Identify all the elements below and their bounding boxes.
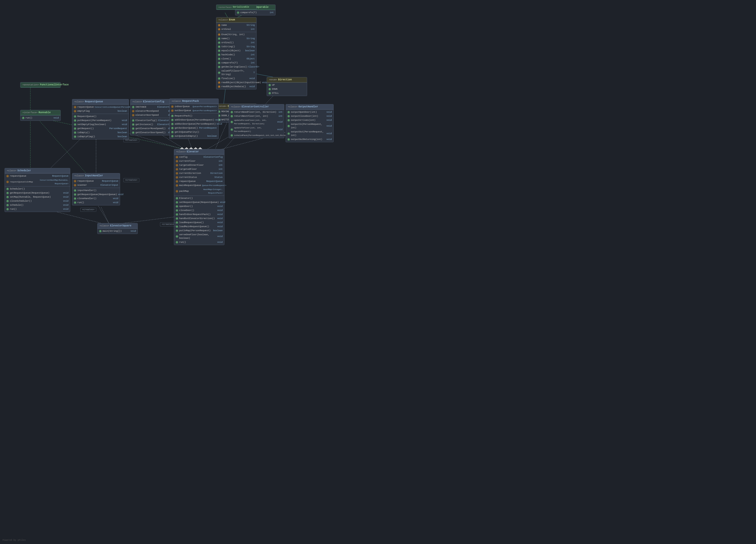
watermark-text: Powered by yFiles xyxy=(3,539,26,541)
method-icon: + xyxy=(218,46,220,48)
method-icon: + xyxy=(218,66,220,68)
direction-title: Direction xyxy=(278,78,292,81)
elev-method-5: + handInDoorRequestPack() void xyxy=(174,213,224,217)
field-icon: - xyxy=(74,106,76,108)
enum-method-readobject: # readObject(ObjectInputStream) void xyxy=(216,81,256,85)
rq-method-5: + isEmpty() boolean xyxy=(72,131,129,135)
creates-label-4: «creates» xyxy=(125,179,138,182)
method-icon: + xyxy=(231,111,233,114)
sched-field-1: - requestQueue RequestQueue xyxy=(5,174,70,178)
method-icon: + xyxy=(6,208,9,211)
econtroller-methods: + returnNeedFloor(int, Direction) int + … xyxy=(229,109,284,138)
oh-header: «class» OutputHandler xyxy=(286,104,333,109)
comparable-methods: ~ compareTo(T) int xyxy=(235,10,275,15)
enum-method-ordinal: + ordinal() int xyxy=(216,41,256,45)
elev-methods: + Elevator() + setRequestQueue(RequestQu… xyxy=(174,196,224,245)
enum-header: «class» Enum xyxy=(216,17,256,23)
field-icon: - xyxy=(176,172,178,175)
method-icon: + xyxy=(287,115,290,118)
sched-method-3: + setMap(Runnable, RequestQueue) void xyxy=(5,195,70,199)
econtroller-method-2: + returnNextFloor(int, int) int xyxy=(229,114,284,118)
enum-method-clone: + clone() Object xyxy=(216,57,256,61)
method-icon: + xyxy=(6,196,9,198)
rq-method-3: + setEmptyFlag(boolean) void xyxy=(72,123,129,127)
method-icon: + xyxy=(176,221,178,224)
oh-method-5: + outputOut(PersonRequest, int) void xyxy=(286,130,333,138)
method-icon: + xyxy=(176,230,178,232)
ih-header: «class» InputHandler xyxy=(72,173,120,178)
econtroller-method-1: + returnNeedFloor(int, Direction) int xyxy=(229,110,284,114)
method-icon: + xyxy=(231,134,233,137)
functional-stereotype: «annotation» xyxy=(22,84,39,86)
field-icon: - xyxy=(176,184,178,187)
runnable-title: Runnable xyxy=(38,111,51,114)
field-icon: - xyxy=(171,109,174,112)
method-icon: + xyxy=(231,121,233,123)
ih-method-2: + getRequestQueue(RequestQueue) void xyxy=(72,193,120,197)
creates-label-2: «creates» xyxy=(82,209,95,211)
method-icon: + xyxy=(132,123,134,126)
rq-stereotype: «class» xyxy=(74,101,84,103)
method-icon: + xyxy=(231,128,233,131)
method-icon: + xyxy=(171,123,174,125)
method-icon: + xyxy=(22,117,25,119)
method-icon: + xyxy=(287,119,290,122)
ih-title: InputHandler xyxy=(85,174,103,177)
method-icon: + xyxy=(176,197,178,200)
elev-field-7: - requestQueue RequestQueue xyxy=(174,180,224,184)
econtroller-stereotype: «class» xyxy=(231,106,241,108)
field-icon: - xyxy=(176,160,178,163)
method-icon: + xyxy=(176,205,178,208)
elev-method-2: + setRequestQueue(RequestQueue) void xyxy=(174,200,224,205)
method-type: int xyxy=(270,11,274,14)
ec-stereotype: «class» xyxy=(132,101,142,103)
ih-stereotype: «class» xyxy=(74,175,84,177)
oh-method-1: + outputOpenDoor(int) void xyxy=(286,110,333,114)
rp-field-2: - outDoorQueue Queue<PersonRequest> xyxy=(170,109,218,113)
method-icon: + xyxy=(171,135,174,138)
request-pack-box: «class» RequestPack - inDoorQueue Queue<… xyxy=(169,99,219,139)
oh-method-2: + outputCloseDoor(int) void xyxy=(286,114,333,118)
rp-method-6: + outQueueIsEmpty() boolean xyxy=(170,134,218,138)
field-icon: - xyxy=(74,180,76,183)
field-icon: - xyxy=(132,114,134,117)
direction-up: + UP xyxy=(267,83,307,87)
enum-fields: # name String # ordinal int xyxy=(216,23,256,32)
rp-method-1: + RequestPack() xyxy=(170,114,218,118)
econtroller-title: ElevatorController xyxy=(242,105,269,108)
functional-interface-header: «annotation» FunctionalInterface xyxy=(20,82,60,87)
field-icon: - xyxy=(6,175,9,177)
functional-interface-box: «annotation» FunctionalInterface xyxy=(20,82,61,88)
rq-method-6: + isEmptyFlag() boolean xyxy=(72,135,129,139)
scheduler-box: «class» Scheduler - requestQueue Request… xyxy=(5,168,70,212)
method-name: compareTo(T) xyxy=(240,11,269,14)
creates-label-3: «creates» xyxy=(162,223,174,226)
field-icon: + xyxy=(268,92,271,95)
method-icon: ~ xyxy=(237,11,239,14)
rq-methods: + RequestQueue() + putRequest(PersonRequ… xyxy=(72,114,129,139)
sched-method-5: + schedule() void xyxy=(5,203,70,207)
method-icon: + xyxy=(176,217,178,220)
enum-title: Enum xyxy=(229,18,235,21)
ih-method-1: + inputHandler() xyxy=(72,189,120,193)
input-handler-box: «class» InputHandler - requestQueue Requ… xyxy=(72,173,120,206)
sched-method-4: + closeScheduler() void xyxy=(5,199,70,203)
method-icon: + xyxy=(6,188,9,190)
creates-annotation-2: «creates» xyxy=(80,208,96,212)
elevator-controller-box: «class» ElevatorController + returnNeedF… xyxy=(229,104,284,138)
creates-annotation-4: «creates» xyxy=(123,178,139,182)
rp-header: «class» RequestPack xyxy=(170,99,218,104)
elev-method-8: + loadMainRequestQueue() void xyxy=(174,225,224,229)
method-icon: + xyxy=(132,127,134,130)
serializable-header: «interface» Serializable xyxy=(216,5,256,10)
enum-stereotype: «class» xyxy=(218,19,228,21)
field-icon: # xyxy=(218,28,220,31)
rp-method-3: + addOutDoorQueue(PersonRequest) void xyxy=(170,122,218,126)
rq-field-2: - emptyFlag boolean xyxy=(72,109,129,113)
elev-title: Elevator xyxy=(187,150,199,153)
method-icon: + xyxy=(74,115,76,118)
method-icon: + xyxy=(6,204,9,207)
elev-method-3: + openDoor() void xyxy=(174,205,224,209)
elev-field-5: - currentDirection Direction xyxy=(174,171,224,175)
field-icon: + xyxy=(268,84,271,86)
